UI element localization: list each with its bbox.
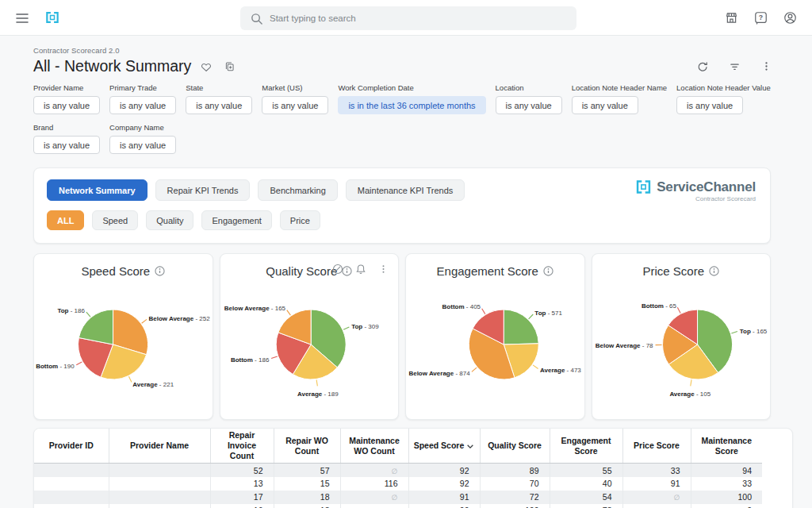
column-header-price-score[interactable]: Price Score [622,429,691,464]
tab-repair-kpi-trends[interactable]: Repair KPI Trends [155,179,251,201]
column-header-speed-score[interactable]: Speed Score [408,429,480,464]
pie-label-average: Average - 105 [669,391,710,398]
info-icon[interactable] [543,266,553,276]
servicechannel-logo-icon[interactable] [43,8,62,27]
filter-location-note-header-name[interactable]: is any value [572,96,638,114]
menu-icon[interactable] [13,8,32,27]
cell: 94 [691,464,762,477]
cell: 57 [274,464,340,477]
pill-speed[interactable]: Speed [92,210,138,230]
search-input[interactable] [270,13,567,23]
column-header-maintenance-wo-count[interactable]: Maintenance WO Count [340,429,408,464]
dashboard-page: Contractor Scorecard 2.0 All - Network S… [0,36,812,508]
cell [34,477,109,491]
tabs-card: Network SummaryRepair KPI TrendsBenchmar… [33,167,771,244]
cell [34,491,109,504]
null-value: ∅ [392,494,398,502]
filter-label-state: State [186,83,252,92]
column-header-provider-id[interactable]: Provider ID [34,429,109,464]
tab-network-summary[interactable]: Network Summary [47,179,147,201]
dashboard-filters-icon[interactable] [726,58,743,75]
filter-company-name[interactable]: is any value [109,136,176,154]
filter-label-location-note-header-value: Location Note Header Value [676,83,771,92]
sort-caret-down-icon[interactable] [466,441,474,451]
filter-group-state: Stateis any value [186,83,252,114]
svg-text:?: ? [759,13,763,21]
tile-more-vert-icon[interactable] [377,262,390,276]
column-header-label: Maintenance Score [695,436,759,456]
cell [34,464,109,477]
filter-label-provider-name: Provider Name [33,83,100,92]
filter-market-us[interactable]: is any value [262,96,328,114]
cell: 33 [691,477,762,491]
favorite-heart-icon[interactable] [198,59,214,75]
filter-provider-name[interactable]: is any value [33,96,100,114]
info-icon[interactable] [155,266,165,276]
cell: 33 [622,464,691,477]
tab-benchmarking[interactable]: Benchmarking [258,179,337,201]
copy-dashboard-icon[interactable] [221,59,237,75]
marketplace-icon[interactable] [722,9,741,27]
pill-quality[interactable]: Quality [146,210,193,230]
info-icon[interactable] [709,266,719,276]
cell: 92 [408,464,480,477]
pie-label-average: Average - 189 [297,391,338,398]
pie-chart-price-score: Top - 165Average - 105Below Average - 78… [592,280,771,406]
more-vert-icon[interactable] [759,58,774,75]
explore-icon[interactable] [331,262,345,276]
filter-group-location-note-header-name: Location Note Header Nameis any value [572,83,667,114]
pill-all[interactable]: ALL [47,210,84,230]
column-header-maintenance-score[interactable]: Maintenance Score [691,429,762,464]
cell: ∅ [622,491,691,504]
filter-state[interactable]: is any value [186,96,252,114]
cell: 70 [480,477,550,491]
column-header-repair-wo-count[interactable]: Repair WO Count [274,429,340,464]
refresh-icon[interactable] [694,58,710,75]
chart-card-speed-score: Speed ScoreBelow Average - 252Average - … [33,253,213,420]
charts-row: Speed ScoreBelow Average - 252Average - … [33,253,771,420]
filter-group-primary-trade: Primary Tradeis any value [109,83,176,114]
column-header-repair-invoice-count[interactable]: Repair Invoice Count [210,429,274,464]
cell: 100 [480,504,550,508]
brand-block: ServiceChannel Contractor Scorecard [635,179,756,202]
pie-label-bottom: Bottom - 405 [442,303,481,310]
cell: 13 [210,477,274,491]
filter-location[interactable]: is any value [496,96,562,114]
pie-label-bottom: Bottom - 190 [36,363,75,370]
alerts-bell-icon[interactable] [354,262,368,276]
cell [109,491,210,504]
table-row: 1718∅917254∅100 [34,491,762,504]
topbar: ? [0,0,812,36]
help-icon[interactable]: ? [752,9,770,27]
table-row: 5257∅9289553394 [34,464,762,477]
filter-brand[interactable]: is any value [33,136,100,154]
table-row: 13151169270409133 [34,477,762,491]
pie-chart-quality-score: Top - 309Average - 189Bottom - 186Below … [220,280,399,406]
column-header-provider-name[interactable]: Provider Name [109,429,210,464]
account-icon[interactable] [781,9,799,27]
tab-maintenance-kpi-trends[interactable]: Maintenance KPI Trends [346,179,465,201]
filter-row-1: Provider Nameis any valuePrimary Tradeis… [33,83,812,114]
pill-engagement[interactable]: Engagement [201,210,271,230]
column-header-label: Quality Score [488,441,542,451]
cell: ∅ [340,504,408,508]
cell: 18 [274,504,340,508]
filter-work-completion-date[interactable]: is in the last 36 complete months [338,96,485,114]
pill-price[interactable]: Price [280,210,320,230]
pie-label-top: Top - 571 [534,310,562,317]
column-header-quality-score[interactable]: Quality Score [480,429,550,464]
filter-label-company-name: Company Name [109,123,176,132]
filter-primary-trade[interactable]: is any value [109,96,176,114]
filter-label-location: Location [496,83,562,92]
cell: 52 [210,464,274,477]
cell: 15 [274,477,340,491]
pie-slice-top[interactable] [504,310,538,344]
filter-group-location: Locationis any value [496,83,562,114]
breadcrumb: Contractor Scorecard 2.0 [33,46,812,55]
column-header-engagement-score[interactable]: Engagement Score [550,429,622,464]
pie-label-below-average: Below Average - 165 [224,305,285,312]
column-header-label: Repair Invoice Count [215,430,270,461]
cell: 16 [210,504,274,508]
filter-group-market-us: Market (US)is any value [262,83,328,114]
filter-location-note-header-value[interactable]: is any value [676,96,743,114]
